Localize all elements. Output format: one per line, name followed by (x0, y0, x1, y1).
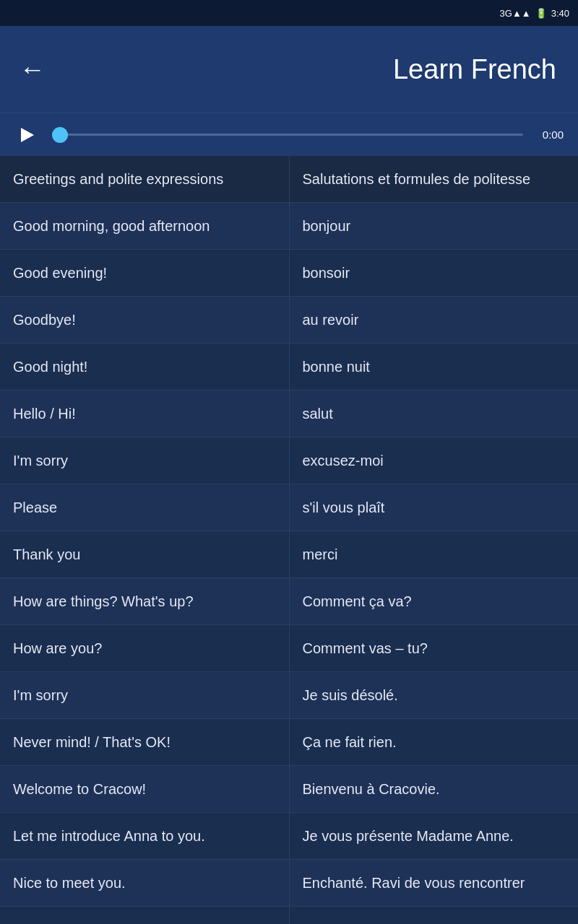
english-cell: Good evening! (0, 250, 289, 297)
table-row[interactable]: Good night!bonne nuit (0, 344, 578, 391)
english-cell: How are things? What's up? (0, 578, 289, 625)
french-cell: Avez-vous fait un bon (289, 907, 578, 925)
english-cell: Let me introduce Anna to you. (0, 813, 289, 860)
vocab-table: Greetings and polite expressionsSalutati… (0, 156, 578, 924)
english-cell: I'm sorry (0, 672, 289, 719)
table-row[interactable]: Nice to meet you.Enchanté. Ravi de vous … (0, 860, 578, 907)
french-cell: Je suis désolé. (289, 672, 578, 719)
table-row[interactable]: How are you?Comment vas – tu? (0, 625, 578, 672)
table-row[interactable]: I'm sorryJe suis désolé. (0, 672, 578, 719)
english-cell: Greetings and polite expressions (0, 156, 289, 203)
audio-time: 0:00 (535, 128, 564, 141)
time-display: 3:40 (551, 8, 569, 19)
table-row[interactable]: How are things? What's up?Comment ça va? (0, 578, 578, 625)
table-row[interactable]: Welcome to Cracow!Bienvenu à Cracovie. (0, 766, 578, 813)
english-cell: How are you? (0, 625, 289, 672)
table-row[interactable]: Greetings and polite expressionsSalutati… (0, 156, 578, 203)
french-cell: salut (289, 391, 578, 437)
english-cell: Nice to meet you. (0, 860, 289, 907)
french-cell: Ça ne fait rien. (289, 719, 578, 766)
table-row[interactable]: Goodbye!au revoir (0, 297, 578, 344)
english-cell: Good morning, good afternoon (0, 203, 289, 250)
table-row[interactable]: Pleases'il vous plaît (0, 484, 578, 531)
table-row[interactable]: I'm sorryexcusez-moi (0, 437, 578, 484)
table-row[interactable]: Never mind! / That's OK!Ça ne fait rien. (0, 719, 578, 766)
french-cell: Salutations et formules de politesse (289, 156, 578, 203)
english-cell: Please (0, 484, 289, 531)
app-header: ← Learn French (0, 26, 578, 113)
french-cell: Comment ça va? (289, 578, 578, 625)
table-row[interactable]: Thank youmerci (0, 531, 578, 578)
english-cell: Thank you (0, 531, 289, 578)
table-row[interactable]: Let me introduce Anna to you.Je vous pré… (0, 813, 578, 860)
french-cell: bonsoir (289, 250, 578, 297)
app-title: Learn French (393, 54, 556, 85)
english-cell: Goodbye! (0, 297, 289, 344)
english-cell: Never mind! / That's OK! (0, 719, 289, 766)
audio-player: 0:00 (0, 113, 578, 156)
french-cell: merci (289, 531, 578, 578)
french-cell: excusez-moi (289, 437, 578, 484)
table-row[interactable]: Hello / Hi!salut (0, 391, 578, 437)
play-button[interactable] (14, 122, 40, 148)
audio-progress[interactable] (52, 134, 523, 136)
battery-icon: 🔋 (535, 8, 547, 19)
english-cell: Good night! (0, 344, 289, 391)
progress-dot[interactable] (52, 127, 68, 143)
french-cell: s'il vous plaît (289, 484, 578, 531)
progress-track (52, 134, 523, 136)
table-row[interactable]: Did you have a good journey?Avez-vous fa… (0, 907, 578, 925)
english-cell: Did you have a good journey? (0, 907, 289, 925)
french-cell: Enchanté. Ravi de vous rencontrer (289, 860, 578, 907)
french-cell: Comment vas – tu? (289, 625, 578, 672)
french-cell: Bienvenu à Cracovie. (289, 766, 578, 813)
english-cell: Welcome to Cracow! (0, 766, 289, 813)
play-icon (21, 128, 34, 142)
french-cell: bonne nuit (289, 344, 578, 391)
table-row[interactable]: Good morning, good afternoonbonjour (0, 203, 578, 250)
signal-icon: 3G▲▲ (500, 8, 531, 19)
back-button[interactable]: ← (14, 51, 51, 87)
french-cell: Je vous présente Madame Anne. (289, 813, 578, 860)
french-cell: au revoir (289, 297, 578, 344)
french-cell: bonjour (289, 203, 578, 250)
english-cell: I'm sorry (0, 437, 289, 484)
english-cell: Hello / Hi! (0, 391, 289, 437)
table-row[interactable]: Good evening!bonsoir (0, 250, 578, 297)
status-bar: 3G▲▲ 🔋 3:40 (0, 0, 578, 26)
